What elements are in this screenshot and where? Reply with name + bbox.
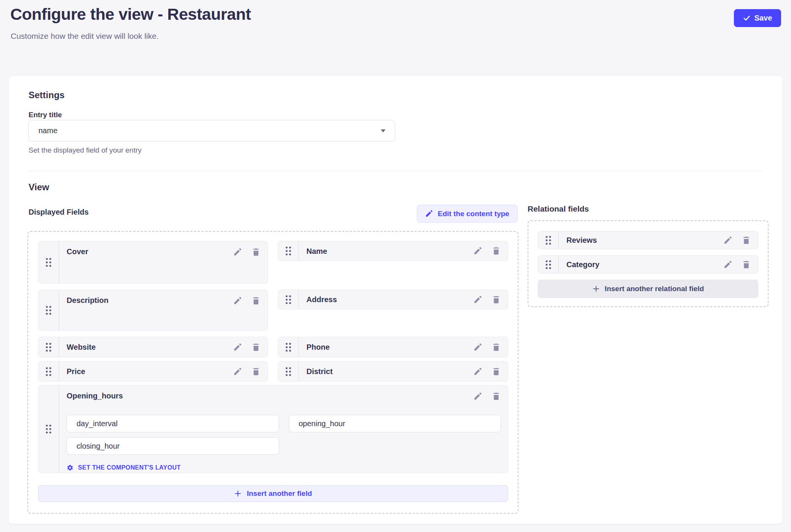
set-component-layout-link[interactable]: SET THE COMPONENT'S LAYOUT <box>67 464 181 471</box>
pencil-icon <box>724 260 732 269</box>
drag-handle[interactable] <box>38 337 59 357</box>
section-divider <box>28 170 762 171</box>
edit-field-button[interactable] <box>723 235 733 245</box>
pencil-icon <box>474 247 482 255</box>
field-label: Name <box>306 247 464 256</box>
pencil-icon <box>233 248 242 256</box>
trash-icon <box>252 248 260 256</box>
delete-field-button[interactable] <box>251 296 261 306</box>
edit-field-button[interactable] <box>473 366 483 376</box>
drag-dots-icon <box>285 246 292 256</box>
page-title: Configure the view - Restaurant <box>10 5 251 24</box>
edit-field-button[interactable] <box>233 247 242 257</box>
displayed-fields-label: Displayed Fields <box>29 208 89 217</box>
delete-field-button[interactable] <box>251 247 261 257</box>
insert-another-field-button[interactable]: Insert another field <box>38 485 508 502</box>
relational-fields-heading: Relational fields <box>528 204 589 213</box>
drag-handle[interactable] <box>38 362 59 381</box>
drag-handle[interactable] <box>278 337 299 357</box>
entry-title-select[interactable]: name <box>28 120 395 142</box>
delete-field-button[interactable] <box>251 342 261 352</box>
edit-field-button[interactable] <box>473 295 483 304</box>
delete-field-button[interactable] <box>741 235 751 245</box>
drag-handle[interactable] <box>538 231 559 249</box>
edit-field-button[interactable] <box>233 342 242 352</box>
delete-field-button[interactable] <box>741 260 751 269</box>
drag-handle[interactable] <box>38 385 59 473</box>
drag-handle[interactable] <box>278 241 299 261</box>
drag-dots-icon <box>45 342 52 352</box>
trash-icon <box>742 236 751 245</box>
configure-view-page: Configure the view - Restaurant Customiz… <box>0 0 791 532</box>
pencil-icon <box>425 210 433 218</box>
edit-content-type-button[interactable]: Edit the content type <box>417 205 518 223</box>
drag-handle[interactable] <box>538 256 559 273</box>
field-label: Cover <box>67 247 224 256</box>
drag-handle[interactable] <box>38 290 59 330</box>
delete-field-button[interactable] <box>491 391 501 401</box>
drag-dots-icon <box>45 305 52 315</box>
field-row-cover[interactable]: Cover <box>38 241 268 284</box>
delete-field-button[interactable] <box>491 246 501 256</box>
field-row-description[interactable]: Description <box>38 290 268 331</box>
insert-another-relational-field-button[interactable]: Insert another relational field <box>538 280 758 298</box>
field-row-phone[interactable]: Phone <box>278 337 508 357</box>
trash-icon <box>492 343 501 352</box>
pencil-icon <box>233 367 242 376</box>
field-row-name[interactable]: Name <box>278 241 508 261</box>
configuration-card: Settings Entry title name Set the displa… <box>9 76 782 524</box>
drag-dots-icon <box>545 260 552 270</box>
drag-dots-icon <box>45 366 52 377</box>
delete-field-button[interactable] <box>491 295 501 304</box>
edit-field-button[interactable] <box>233 366 242 376</box>
plus-icon <box>592 285 600 293</box>
relational-row-category[interactable]: Category <box>538 255 758 274</box>
field-row-opening-hours[interactable]: Opening_hours day_interval opening_hour … <box>38 385 508 473</box>
insert-another-field-label: Insert another field <box>247 489 312 498</box>
relational-field-label: Category <box>566 260 714 269</box>
field-label: Website <box>67 342 224 352</box>
save-button[interactable]: Save <box>734 9 781 27</box>
field-row-website[interactable]: Website <box>38 337 268 357</box>
field-label: Phone <box>306 342 464 352</box>
delete-field-button[interactable] <box>491 366 501 376</box>
delete-field-button[interactable] <box>491 342 501 352</box>
save-button-label: Save <box>754 14 772 22</box>
view-heading: View <box>29 182 49 193</box>
field-label: Price <box>67 367 224 376</box>
drag-handle[interactable] <box>278 362 299 381</box>
set-component-layout-label: SET THE COMPONENT'S LAYOUT <box>78 464 181 471</box>
pencil-icon <box>233 343 242 352</box>
trash-icon <box>742 260 751 269</box>
drag-dots-icon <box>45 257 52 268</box>
component-subfield-closing-hour[interactable]: closing_hour <box>67 437 279 455</box>
component-subfield-opening-hour[interactable]: opening_hour <box>289 415 501 432</box>
field-label: Address <box>306 295 464 304</box>
field-label: Description <box>67 296 224 305</box>
edit-field-button[interactable] <box>473 391 483 401</box>
field-row-district[interactable]: District <box>278 361 508 382</box>
drag-dots-icon <box>285 366 292 377</box>
trash-icon <box>252 367 260 376</box>
edit-field-button[interactable] <box>473 246 483 256</box>
trash-icon <box>492 295 501 304</box>
drag-dots-icon <box>545 235 552 245</box>
drag-handle[interactable] <box>278 290 299 309</box>
edit-field-button[interactable] <box>473 342 483 352</box>
edit-field-button[interactable] <box>723 260 733 269</box>
edit-field-button[interactable] <box>233 296 242 306</box>
component-subfield-day-interval[interactable]: day_interval <box>67 415 279 432</box>
relational-row-reviews[interactable]: Reviews <box>538 231 758 249</box>
field-row-address[interactable]: Address <box>278 290 508 309</box>
field-row-price[interactable]: Price <box>38 361 268 382</box>
drag-dots-icon <box>285 342 292 352</box>
drag-handle[interactable] <box>38 241 59 283</box>
settings-heading: Settings <box>29 90 65 100</box>
delete-field-button[interactable] <box>251 366 261 376</box>
check-icon <box>743 14 750 22</box>
trash-icon <box>252 296 260 305</box>
trash-icon <box>492 367 501 376</box>
entry-title-select-value: name <box>38 126 57 135</box>
trash-icon <box>252 343 260 352</box>
pencil-icon <box>474 367 482 376</box>
